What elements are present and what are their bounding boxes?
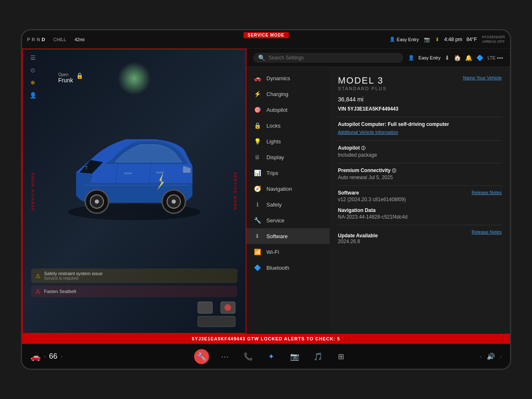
svg-rect-7: [124, 172, 132, 174]
autopilot-computer-section: Autopilot Computer: Full self-driving co…: [338, 121, 502, 135]
update-release-notes-link[interactable]: Release Notes: [472, 229, 502, 234]
safety-alert-content: Safety restraint system issue Service is…: [44, 271, 103, 281]
menu-charging-label: Charging: [266, 91, 288, 97]
seatbelt-alert: ⚠ Fasten Seatbelt: [31, 286, 237, 297]
menu-service-label: Service: [266, 217, 284, 224]
car-svg: T: [51, 108, 217, 224]
vol-left-arrow[interactable]: ‹: [480, 354, 482, 360]
svg-rect-13: [198, 316, 235, 327]
screen: P R N D CHILL 42mi SERVICE MODE 👤 Easy E…: [21, 29, 511, 370]
nav-data-label: Navigation Data: [338, 207, 502, 213]
svg-point-3: [95, 200, 99, 204]
menu-trips-label: Trips: [266, 170, 278, 176]
taskbar-center: 🔧 ⋯ 📞 ✦ 📷 🎵 ⊞: [62, 349, 480, 364]
locks-icon: 🔒: [253, 122, 261, 129]
settings-info-split: 🚗 Dynamics ⚡ Charging 🎯 Autopilot 🔒 Lock…: [246, 67, 510, 334]
warning-icon: ⚠: [35, 273, 41, 279]
music-button[interactable]: 🎵: [310, 349, 325, 364]
gear-r: R: [32, 37, 35, 42]
vehicle-model: MODEL 3: [338, 75, 387, 86]
info-panel: MODEL 3 STANDARD PLUS Name Your Vehicle …: [330, 67, 510, 334]
camera-button[interactable]: 📷: [287, 349, 302, 364]
download-icon-top: ⬇: [435, 37, 439, 42]
software-release-notes-link[interactable]: Release Notes: [472, 190, 502, 195]
top-bar-left: P R N D CHILL 42mi: [27, 37, 389, 42]
lock-icon: 🔒: [76, 72, 83, 79]
vehicle-mileage: 36,844 mi: [338, 96, 502, 103]
dots-button[interactable]: ⋯: [217, 349, 232, 364]
gear-n: N: [37, 37, 40, 42]
time-temp: 4:48 pm 84°F: [444, 37, 477, 42]
easy-entry-settings-button[interactable]: Easy Entry: [419, 55, 441, 60]
menu-locks-label: Locks: [266, 123, 281, 129]
menu-lights-label: Lights: [266, 138, 281, 145]
taskbar: 🚗 ‹ 66 › 🔧 ⋯ 📞 ✦ 📷 🎵 ⊞ ‹ 🔊 ›: [22, 344, 510, 369]
taskbar-right: ‹ 🔊 ›: [480, 352, 502, 360]
menu-item-trips[interactable]: 📊 Trips: [246, 165, 330, 181]
open-label: Open: [58, 72, 73, 77]
model-row: MODEL 3 STANDARD PLUS Name Your Vehicle: [338, 75, 502, 93]
download-icon-settings: ⬇: [445, 54, 450, 61]
menu-item-display[interactable]: 🖥 Display: [246, 149, 330, 165]
easy-entry-top-button[interactable]: 👤 Easy Entry: [389, 37, 419, 42]
phone-button[interactable]: 📞: [241, 349, 256, 364]
main-content: SERVICE MODE SERVICE MODE ☰ ⊙ ❄ 👤: [22, 49, 510, 334]
safety-icon: ℹ: [253, 201, 261, 208]
menu-item-bluetooth[interactable]: 🔷 Bluetooth: [246, 260, 330, 276]
menu-item-dynamics[interactable]: 🚗 Dynamics: [246, 70, 330, 86]
top-bar-right: 👤 Easy Entry 📷 ⬇ 4:48 pm 84°F PASSENGERA…: [389, 35, 505, 44]
search-area[interactable]: 🔍: [253, 53, 403, 63]
menu-item-software[interactable]: ⬇ Software: [246, 228, 330, 244]
bluetooth-button[interactable]: ✦: [264, 349, 279, 364]
taskbar-car-icon: 🚗: [30, 352, 41, 362]
menu-item-service[interactable]: 🔧 Service: [246, 212, 330, 228]
autopilot-section: Autopilot ⓘ Included package: [338, 145, 502, 158]
wrench-button[interactable]: 🔧: [194, 349, 209, 364]
divider-4: [338, 185, 502, 186]
left-panel: SERVICE MODE SERVICE MODE ☰ ⊙ ❄ 👤: [22, 49, 246, 334]
seatbelt-alert-title: Fasten Seatbelt: [44, 289, 76, 294]
svg-text:T: T: [85, 166, 88, 170]
svg-point-6: [172, 200, 176, 204]
software-icon: ⬇: [253, 233, 261, 239]
search-input[interactable]: [268, 55, 398, 61]
settings-top-bar: 🔍 👤 Easy Entry ⬇ 🏠 🔔 🔷 LTE ▪▪▪▪: [246, 49, 510, 67]
settings-top-icons: 👤 Easy Entry ⬇ 🏠 🔔 🔷 LTE ▪▪▪▪: [408, 54, 503, 61]
menu-item-lights[interactable]: 💡 Lights: [246, 133, 330, 149]
safety-alert-sub: Service is required: [44, 276, 103, 281]
divider-2: [338, 140, 502, 141]
name-vehicle-link[interactable]: Name Your Vehicle: [463, 75, 502, 80]
additional-vehicle-info-link[interactable]: Additional Vehicle Information: [338, 130, 398, 135]
vol-right-arrow[interactable]: ›: [500, 354, 502, 360]
menu-item-navigation[interactable]: 🧭 Navigation: [246, 181, 330, 197]
navigation-data-section: Navigation Data NA-2023.44-14828-c521f4d…: [338, 207, 502, 220]
divider-3: [338, 163, 502, 163]
menu-item-safety[interactable]: ℹ Safety: [246, 197, 330, 212]
menu-safety-label: Safety: [266, 202, 282, 208]
service-icon: 🔧: [253, 217, 261, 224]
car-image-container: T: [23, 62, 246, 271]
menu-item-wifi[interactable]: 📶 Wi-Fi: [246, 244, 330, 260]
menu-item-charging[interactable]: ⚡ Charging: [246, 86, 330, 102]
autopilot-label: Autopilot ⓘ: [338, 145, 502, 151]
gear-d: D: [42, 37, 45, 42]
home-icon: 🏠: [454, 54, 461, 61]
service-mode-banner: SERVICE MODE: [244, 32, 289, 38]
menu-software-label: Software: [266, 233, 288, 239]
bluetooth-icon-top: 🔷: [476, 54, 483, 61]
frunk-control[interactable]: Open Frunk 🔒: [58, 72, 73, 84]
menu-item-autopilot[interactable]: 🎯 Autopilot: [246, 102, 330, 118]
grid-button[interactable]: ⊞: [334, 349, 349, 364]
frunk-label-text: Frunk: [58, 77, 73, 84]
time-display: 4:48 pm: [444, 37, 462, 42]
menu-item-locks[interactable]: 🔒 Locks: [246, 118, 330, 133]
speed-left-arrow[interactable]: ‹: [44, 354, 46, 360]
easy-entry-top-label: Easy Entry: [397, 37, 419, 42]
premium-connectivity-label-text: Premium Connectivity: [338, 167, 391, 173]
premium-connectivity-label: Premium Connectivity ⓘ: [338, 167, 502, 174]
search-icon: 🔍: [258, 54, 265, 61]
settings-menu: 🚗 Dynamics ⚡ Charging 🎯 Autopilot 🔒 Lock…: [246, 67, 330, 334]
lights-icon: 💡: [253, 138, 261, 145]
divider-5: [338, 225, 502, 225]
software-row: Software Release Notes: [338, 190, 502, 197]
